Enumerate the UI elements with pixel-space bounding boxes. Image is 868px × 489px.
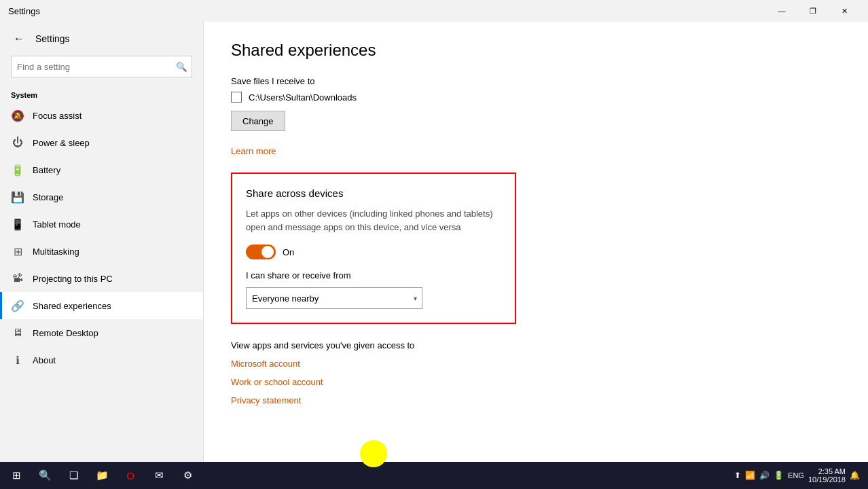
taskbar-left: ⊞ 🔍 ❑ 📁 O ✉ ⚙ <box>3 462 201 489</box>
taskbar: ⊞ 🔍 ❑ 📁 O ✉ ⚙ ⬆ 📶 🔊 🔋 ENG 2:35 AM 10/19/… <box>0 462 868 489</box>
sidebar-app-title: Settings <box>35 33 70 44</box>
sidebar-header: ← Settings <box>0 22 203 53</box>
link-work-school-account[interactable]: Work or school account <box>231 377 841 387</box>
mail-button[interactable]: ✉ <box>145 462 173 489</box>
shared-experiences-label: Shared experiences <box>33 301 111 311</box>
power-sleep-icon: ⏻ <box>11 137 24 149</box>
projecting-icon: 📽 <box>11 272 24 285</box>
view-apps-label: View apps and services you've given acce… <box>231 340 841 350</box>
title-bar: Settings — ❐ ✕ <box>0 0 868 22</box>
restore-button[interactable]: ❐ <box>797 0 829 22</box>
file-path-text: C:\Users\Sultan\Downloads <box>249 92 357 103</box>
learn-more-link[interactable]: Learn more <box>231 146 276 156</box>
share-box-desc: Let apps on other devices (including lin… <box>246 207 501 234</box>
sidebar-item-battery[interactable]: 🔋Battery <box>0 156 203 183</box>
battery-icon: 🔋 <box>11 164 24 177</box>
battery-icon: 🔋 <box>774 471 784 480</box>
sidebar-item-multitasking[interactable]: ⊞Multitasking <box>0 238 203 265</box>
sidebar-item-remote-desktop[interactable]: 🖥Remote Desktop <box>0 319 203 346</box>
link-microsoft-account[interactable]: Microsoft account <box>231 359 841 369</box>
sidebar-item-tablet-mode[interactable]: 📱Tablet mode <box>0 211 203 238</box>
taskbar-time: 2:35 AM 10/19/2018 <box>808 467 846 484</box>
tablet-mode-icon: 📱 <box>11 218 24 231</box>
volume-icon: 🔊 <box>759 471 770 480</box>
search-wrapper: 🔍 <box>11 56 192 77</box>
search-input[interactable] <box>11 56 192 77</box>
sidebar-item-storage[interactable]: 💾Storage <box>0 183 203 211</box>
remote-desktop-label: Remote Desktop <box>33 328 98 338</box>
title-bar-controls: — ❐ ✕ <box>766 0 860 22</box>
sidebar-items-container: 🔕Focus assist⏻Power & sleep🔋Battery💾Stor… <box>0 102 203 374</box>
folder-icon <box>231 92 242 103</box>
battery-label: Battery <box>33 165 60 175</box>
shared-experiences-icon: 🔗 <box>11 300 24 312</box>
sidebar-section-label: System <box>0 86 203 102</box>
minimize-button[interactable]: — <box>766 0 797 22</box>
search-button[interactable]: 🔍 <box>31 462 58 489</box>
toggle-row: On <box>246 244 501 259</box>
network-icon: 📶 <box>745 471 755 480</box>
page-title: Shared experiences <box>231 41 841 60</box>
change-button[interactable]: Change <box>231 111 285 131</box>
links-container: Microsoft accountWork or school accountP… <box>231 359 841 405</box>
sidebar-item-about[interactable]: ℹAbout <box>0 346 203 374</box>
storage-label: Storage <box>33 192 64 202</box>
search-box-container: 🔍 <box>0 53 203 86</box>
save-files-label: Save files I receive to <box>231 76 841 86</box>
multitasking-icon: ⊞ <box>11 245 24 258</box>
title-bar-title: Settings <box>8 6 40 16</box>
notification-icon[interactable]: 🔔 <box>850 471 860 480</box>
about-icon: ℹ <box>11 354 24 367</box>
content-area: Shared experiences Save files I receive … <box>204 22 868 462</box>
share-across-devices-box: Share across devices Let apps on other d… <box>231 173 516 324</box>
dropdown-wrapper: Everyone nearby My devices only ▾ <box>246 287 422 309</box>
settings-taskbar-button[interactable]: ⚙ <box>174 462 201 489</box>
clock-time: 2:35 AM <box>808 467 846 475</box>
about-label: About <box>33 355 56 365</box>
share-from-dropdown[interactable]: Everyone nearby My devices only <box>246 287 422 309</box>
taskbar-right: ⬆ 📶 🔊 🔋 ENG 2:35 AM 10/19/2018 🔔 <box>734 467 865 484</box>
focus-assist-icon: 🔕 <box>11 109 24 122</box>
toggle-label: On <box>283 247 294 257</box>
close-button[interactable]: ✕ <box>829 0 860 22</box>
back-button[interactable]: ← <box>11 30 27 48</box>
sidebar-item-shared-experiences[interactable]: 🔗Shared experiences <box>0 292 203 319</box>
toggle-knob <box>261 246 274 258</box>
multitasking-label: Multitasking <box>33 247 79 257</box>
focus-assist-label: Focus assist <box>33 111 82 121</box>
sidebar-item-focus-assist[interactable]: 🔕Focus assist <box>0 102 203 129</box>
language-label: ENG <box>788 471 804 479</box>
projecting-label: Projecting to this PC <box>33 274 113 284</box>
app-container: ← Settings 🔍 System 🔕Focus assist⏻Power … <box>0 22 868 462</box>
file-explorer-button[interactable]: 📁 <box>88 462 115 489</box>
file-path-row: C:\Users\Sultan\Downloads <box>231 92 841 103</box>
tablet-mode-label: Tablet mode <box>33 219 81 230</box>
start-button[interactable]: ⊞ <box>3 462 30 489</box>
sidebar: ← Settings 🔍 System 🔕Focus assist⏻Power … <box>0 22 204 462</box>
clock-date: 10/19/2018 <box>808 475 846 484</box>
storage-icon: 💾 <box>11 191 24 204</box>
title-bar-left: Settings <box>8 6 40 16</box>
opera-button[interactable]: O <box>117 462 144 489</box>
taskview-button[interactable]: ❑ <box>60 462 87 489</box>
search-icon-button[interactable]: 🔍 <box>170 56 192 77</box>
power-sleep-label: Power & sleep <box>33 138 90 148</box>
sidebar-item-projecting[interactable]: 📽Projecting to this PC <box>0 265 203 292</box>
share-box-title: Share across devices <box>246 187 501 199</box>
up-arrow-icon: ⬆ <box>734 471 741 480</box>
link-privacy-statement[interactable]: Privacy statement <box>231 395 841 405</box>
share-toggle[interactable] <box>246 244 276 259</box>
sidebar-item-power-sleep[interactable]: ⏻Power & sleep <box>0 129 203 156</box>
remote-desktop-icon: 🖥 <box>11 327 24 339</box>
share-from-label: I can share or receive from <box>246 270 501 280</box>
